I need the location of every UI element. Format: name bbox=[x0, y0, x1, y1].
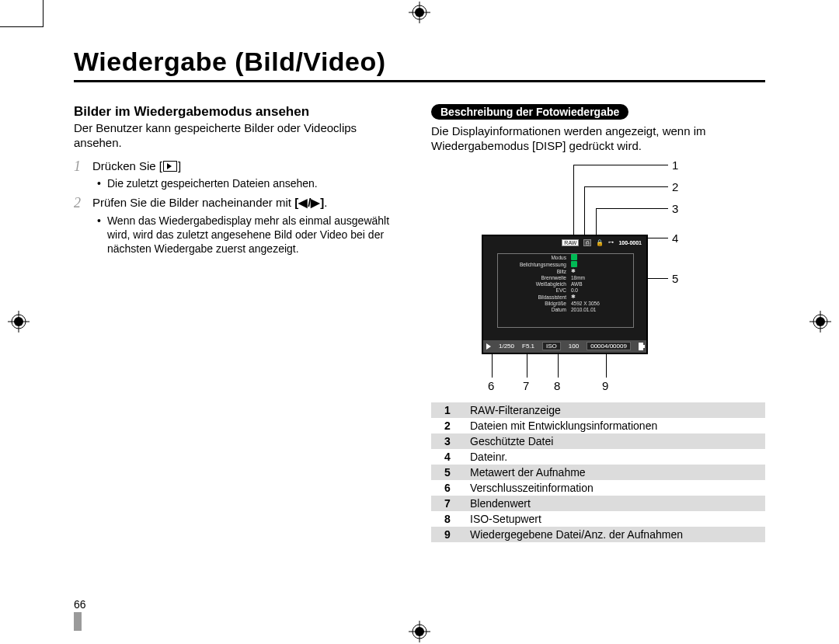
callout-4: 4 bbox=[672, 231, 678, 245]
dev-info-icon: ⎙ bbox=[583, 239, 591, 246]
step1-bullet: Die zuletzt gespeicherten Dateien ansehe… bbox=[107, 176, 318, 190]
key-icon: ⊶ bbox=[608, 239, 614, 245]
legend-row: 7Blendenwert bbox=[431, 496, 765, 511]
callout-2: 2 bbox=[672, 180, 678, 193]
legend-row: 8ISO-Setupwert bbox=[431, 511, 765, 527]
step2-text-prefix: Prüfen Sie die Bilder nacheinander mit bbox=[92, 196, 294, 209]
legend-table: 1RAW-Filteranzeige2Dateien mit Entwicklu… bbox=[431, 402, 765, 542]
playback-button-icon bbox=[163, 161, 177, 172]
callout-3: 3 bbox=[672, 202, 678, 215]
battery-icon bbox=[639, 343, 643, 350]
play-triangle-icon bbox=[486, 343, 491, 350]
legend-row: 6Verschlusszeitinformation bbox=[431, 480, 765, 496]
callout-1: 1 bbox=[672, 158, 678, 172]
legend-row: 4Dateinr. bbox=[431, 449, 765, 465]
legend-row: 1RAW-Filteranzeige bbox=[431, 402, 765, 418]
right-pill-heading: Beschreibung der Fotowiedergabe bbox=[431, 104, 628, 120]
step1-text-prefix: Drücken Sie [ bbox=[92, 159, 162, 172]
callout-5: 5 bbox=[672, 272, 678, 285]
page-title: Wiedergabe (Bild/Video) bbox=[74, 47, 765, 80]
step-number-2: 2 bbox=[74, 195, 85, 256]
registration-mark-right bbox=[809, 311, 831, 332]
legend-row: 2Dateien mit Entwicklungsinformationen bbox=[431, 418, 765, 433]
registration-mark-left bbox=[8, 311, 30, 332]
callout-7: 7 bbox=[523, 379, 529, 392]
left-right-arrows: [◀/▶] bbox=[294, 196, 324, 209]
camera-lcd-screen: RAW ⎙ 🔒 ⊶ 100-0001 ModusBelichtungsmessu… bbox=[482, 235, 648, 354]
registration-mark-top bbox=[409, 2, 430, 23]
lock-icon: 🔒 bbox=[596, 239, 604, 246]
frame-counter: 00004/00009 bbox=[587, 342, 631, 350]
bottom-status-bar: 1/250 F5.1 ISO 100 00004/00009 bbox=[483, 340, 646, 353]
legend-row: 5Metawert der Aufnahme bbox=[431, 465, 765, 480]
playback-display-diagram: 1 2 3 4 5 6 7 8 9 bbox=[431, 162, 765, 395]
raw-badge: RAW bbox=[562, 239, 579, 246]
iso-label: ISO bbox=[546, 343, 557, 350]
meta-info-box: ModusBelichtungsmessungBlitz✱Brennweite1… bbox=[497, 253, 634, 328]
aperture-value: F5.1 bbox=[522, 343, 534, 350]
page-number: 66 bbox=[74, 598, 86, 611]
callout-8: 8 bbox=[554, 379, 560, 392]
title-rule bbox=[74, 80, 765, 82]
crop-mark-v bbox=[43, 0, 44, 27]
right-intro: Die Displayinformationen werden angezeig… bbox=[431, 124, 765, 154]
left-subheading: Bilder im Wiedergabemodus ansehen bbox=[74, 104, 400, 120]
iso-value: 100 bbox=[569, 343, 579, 350]
legend-row: 9Wiedergegebene Datei/Anz. der Aufnahmen bbox=[431, 527, 765, 542]
step-number-1: 1 bbox=[74, 158, 85, 191]
crop-mark-h bbox=[0, 26, 43, 27]
callout-9: 9 bbox=[602, 379, 608, 392]
shutter-value: 1/250 bbox=[499, 343, 514, 350]
legend-row: 3Geschützte Datei bbox=[431, 433, 765, 449]
registration-mark-bottom bbox=[409, 621, 430, 642]
step2-bullet: Wenn das Wiedergabedisplay mehr als einm… bbox=[107, 214, 400, 256]
file-number: 100-0001 bbox=[618, 240, 642, 245]
callout-6: 6 bbox=[488, 379, 494, 392]
step1-text-suffix: ] bbox=[178, 159, 181, 172]
page-number-bar bbox=[74, 612, 82, 631]
left-intro: Der Benutzer kann gespeicherte Bilder od… bbox=[74, 121, 400, 151]
step2-text-suffix: . bbox=[324, 196, 327, 209]
